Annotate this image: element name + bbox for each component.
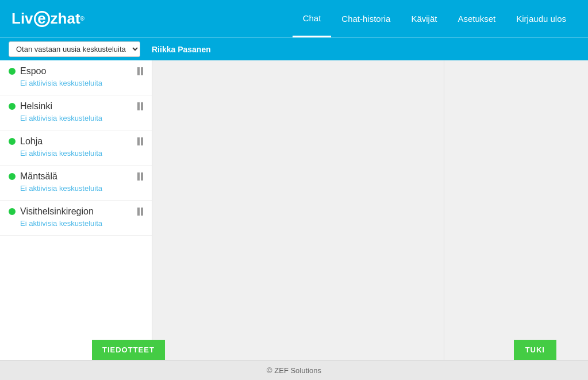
site-name-row-0: Espoo [9,66,46,76]
no-chats-4: Ei aktiivisia keskusteluita [9,219,143,228]
pause-icon-4[interactable] [137,208,143,216]
logo-e-circle: e [34,11,50,27]
pause-icon-2[interactable] [137,137,143,145]
nav-chat[interactable]: Chat [293,0,332,37]
site-name-2: Lohja [20,136,43,147]
main-area: Espoo Ei aktiivisia keskusteluita Helsin… [0,60,588,360]
site-header-1: Helsinki [9,101,143,112]
status-bar: Otan vastaan uusia keskusteluita En ota … [0,37,588,60]
status-dot-3 [9,173,16,180]
site-name-row-3: Mäntsälä [9,171,57,182]
site-header-4: Visithelsinkiregion [9,206,143,217]
site-name-4: Visithelsinkiregion [20,206,94,217]
status-select[interactable]: Otan vastaan uusia keskusteluita En ota … [9,41,140,57]
tuki-button[interactable]: TUKI [514,340,556,360]
site-item: Espoo Ei aktiivisia keskusteluita [0,60,152,95]
footer: © ZEF Solutions [0,360,588,380]
main-nav: Chat Chat-historia Kävijät Asetukset Kir… [293,0,577,37]
site-name-1: Helsinki [20,101,52,112]
site-item: Visithelsinkiregion Ei aktiivisia keskus… [0,201,152,236]
site-item: Helsinki Ei aktiivisia keskusteluita [0,95,152,130]
site-name-row-4: Visithelsinkiregion [9,206,94,217]
no-chats-1: Ei aktiivisia keskusteluita [9,114,143,122]
status-dot-4 [9,208,16,215]
logo-liv: Liv [11,10,33,28]
site-name-0: Espoo [20,66,46,76]
status-dot-1 [9,103,16,110]
user-name: Riikka Pasanen [152,45,211,54]
site-name-3: Mäntsälä [20,171,57,182]
nav-asetukset[interactable]: Asetukset [447,0,506,37]
logo: Liv e zhat ® [11,10,84,28]
site-item: Mäntsälä Ei aktiivisia keskusteluita [0,166,152,201]
pause-icon-1[interactable] [137,102,143,110]
site-header-2: Lohja [9,136,143,147]
site-name-row-1: Helsinki [9,101,52,112]
nav-kirjaudu-ulos[interactable]: Kirjaudu ulos [506,0,577,37]
no-chats-2: Ei aktiivisia keskusteluita [9,149,143,158]
pause-icon-3[interactable] [137,172,143,181]
tiedotteet-button[interactable]: TIEDOTTEET [92,340,165,360]
pause-icon-0[interactable] [137,67,143,75]
site-item: Lohja Ei aktiivisia keskusteluita [0,130,152,166]
copyright: © ZEF Solutions [267,366,321,375]
sidebar: Espoo Ei aktiivisia keskusteluita Helsin… [0,60,152,360]
site-name-row-2: Lohja [9,136,43,147]
logo-registered: ® [80,16,84,22]
nav-chat-historia[interactable]: Chat-historia [331,0,401,37]
no-chats-3: Ei aktiivisia keskusteluita [9,184,143,193]
site-header-0: Espoo [9,66,143,76]
status-dot-0 [9,68,16,75]
site-header-3: Mäntsälä [9,171,143,182]
status-dot-2 [9,138,16,145]
chat-content [152,60,444,360]
logo-zhat: zhat [51,10,80,28]
header: Liv e zhat ® Chat Chat-historia Kävijät … [0,0,588,37]
nav-kavijat[interactable]: Kävijät [401,0,447,37]
no-chats-0: Ei aktiivisia keskusteluita [9,79,143,87]
right-panel [444,60,588,360]
